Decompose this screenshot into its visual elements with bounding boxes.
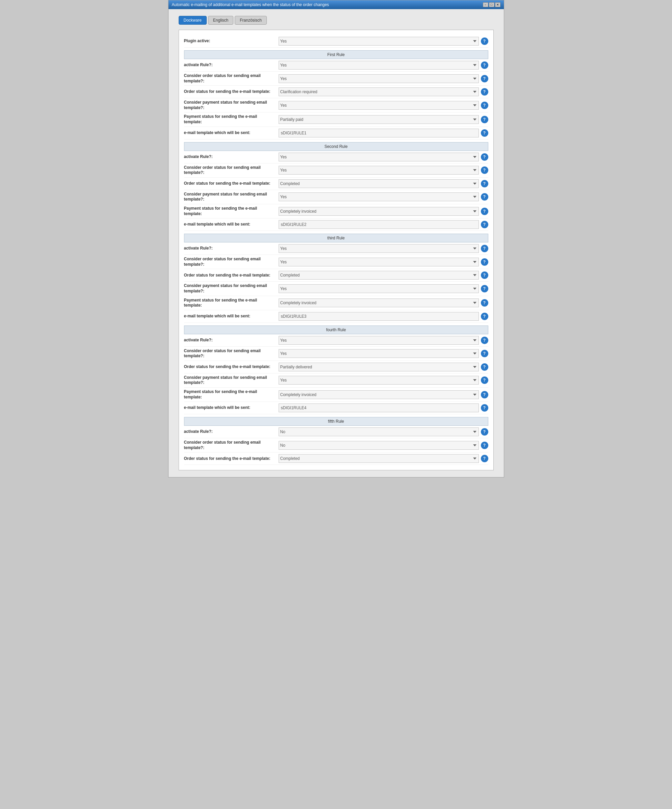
- content-area: Dockware Englisch Französisch Plugin act…: [168, 9, 504, 477]
- close-button[interactable]: ✕: [495, 2, 501, 7]
- rule5-consider-order-help[interactable]: ?: [481, 441, 488, 449]
- rule-4-header: fourth Rule: [184, 326, 488, 334]
- tab-franzoesisch[interactable]: Französisch: [235, 16, 267, 25]
- rule1-consider-order-select[interactable]: Yes: [279, 74, 479, 83]
- rule4-email-template-input[interactable]: [279, 403, 479, 412]
- rule1-email-template-input[interactable]: [279, 129, 479, 138]
- rule1-consider-payment-help[interactable]: ?: [481, 102, 488, 109]
- rule1-order-status-select[interactable]: Clarification required: [279, 87, 479, 96]
- rule1-order-status-label: Order status for sending the e-mail temp…: [184, 89, 279, 94]
- rule1-consider-order-label: Consider order status for sending email …: [184, 73, 279, 84]
- rule4-activate-label: activate Rule?:: [184, 337, 279, 343]
- rule2-email-template-row: e-mail template which will be sent: ?: [184, 218, 488, 231]
- rule4-consider-payment-select[interactable]: Yes: [279, 376, 479, 384]
- main-window: Automatic e-mailing of additional e-mail…: [168, 0, 504, 477]
- form-container: Plugin active: Yes ? First Rule activate…: [179, 30, 494, 470]
- rule5-activate-select[interactable]: No: [279, 428, 479, 436]
- rule1-consider-order-help[interactable]: ?: [481, 75, 488, 82]
- rule5-activate-help[interactable]: ?: [481, 428, 488, 436]
- rule4-order-status-help[interactable]: ?: [481, 363, 488, 371]
- rule1-payment-status-help[interactable]: ?: [481, 116, 488, 123]
- rule1-activate-row: activate Rule?: Yes ?: [184, 59, 488, 72]
- rule2-order-status-label: Order status for sending the e-mail temp…: [184, 181, 279, 186]
- rule4-activate-help[interactable]: ?: [481, 337, 488, 344]
- minimize-button[interactable]: −: [483, 2, 488, 7]
- rule1-consider-order-row: Consider order status for sending email …: [184, 72, 488, 86]
- window-title: Automatic e-mailing of additional e-mail…: [172, 2, 329, 7]
- rule5-order-status-help[interactable]: ?: [481, 455, 488, 462]
- rule2-payment-status-help[interactable]: ?: [481, 208, 488, 215]
- rule2-order-status-help[interactable]: ?: [481, 180, 488, 187]
- tab-dockware[interactable]: Dockware: [179, 16, 207, 25]
- rule4-consider-payment-help[interactable]: ?: [481, 376, 488, 384]
- rule4-email-template-row: e-mail template which will be sent: ?: [184, 402, 488, 414]
- rule3-activate-help[interactable]: ?: [481, 245, 488, 252]
- rule4-order-status-select[interactable]: Partially delivered: [279, 363, 479, 371]
- rule1-payment-status-select[interactable]: Partially paid: [279, 115, 479, 124]
- rule-2-header: Second Rule: [184, 142, 488, 151]
- rule3-payment-status-select[interactable]: Completely invoiced: [279, 299, 479, 307]
- rule3-order-status-row: Order status for sending the e-mail temp…: [184, 269, 488, 282]
- rule2-consider-order-help[interactable]: ?: [481, 166, 488, 174]
- rule3-consider-order-row: Consider order status for sending email …: [184, 255, 488, 269]
- restore-button[interactable]: □: [489, 2, 494, 7]
- title-bar-buttons: − □ ✕: [483, 2, 501, 7]
- rule5-order-status-row: Order status for sending the e-mail temp…: [184, 452, 488, 465]
- rule1-consider-payment-row: Consider payment status for sending emai…: [184, 98, 488, 112]
- rule1-order-status-help[interactable]: ?: [481, 88, 488, 96]
- rule2-activate-select[interactable]: Yes: [279, 153, 479, 161]
- rule4-order-status-label: Order status for sending the e-mail temp…: [184, 364, 279, 370]
- rule4-activate-row: activate Rule?: Yes ?: [184, 334, 488, 347]
- rule5-order-status-select[interactable]: Completed: [279, 454, 479, 463]
- rule4-consider-order-select[interactable]: Yes: [279, 349, 479, 358]
- rule2-payment-status-label: Payment status for sending the e-mail te…: [184, 206, 279, 217]
- rule2-payment-status-select[interactable]: Completely invoiced: [279, 207, 479, 216]
- rule3-consider-payment-help[interactable]: ?: [481, 285, 488, 292]
- rule5-consider-order-label: Consider order status for sending email …: [184, 440, 279, 450]
- rule3-email-template-input[interactable]: [279, 312, 479, 321]
- rule3-consider-order-help[interactable]: ?: [481, 258, 488, 266]
- rule1-payment-status-label: Payment status for sending the e-mail te…: [184, 114, 279, 124]
- rule3-consider-order-select[interactable]: Yes: [279, 258, 479, 267]
- rule3-email-template-help[interactable]: ?: [481, 313, 488, 320]
- rule2-order-status-select[interactable]: Completed: [279, 179, 479, 188]
- rule4-payment-status-help[interactable]: ?: [481, 391, 488, 398]
- rule3-order-status-help[interactable]: ?: [481, 272, 488, 279]
- rule2-activate-help[interactable]: ?: [481, 153, 488, 161]
- rule1-activate-select[interactable]: Yes: [279, 61, 479, 70]
- rule1-order-status-row: Order status for sending the e-mail temp…: [184, 86, 488, 98]
- rule2-consider-payment-help[interactable]: ?: [481, 193, 488, 201]
- rule4-email-template-help[interactable]: ?: [481, 404, 488, 411]
- title-bar: Automatic e-mailing of additional e-mail…: [168, 0, 504, 9]
- rule3-consider-payment-select[interactable]: Yes: [279, 284, 479, 293]
- plugin-active-help[interactable]: ?: [481, 37, 488, 45]
- rule2-activate-row: activate Rule?: Yes ?: [184, 151, 488, 163]
- plugin-active-select[interactable]: Yes: [279, 37, 479, 45]
- rule5-consider-order-select[interactable]: No: [279, 441, 479, 450]
- rule3-order-status-label: Order status for sending the e-mail temp…: [184, 273, 279, 278]
- rule3-activate-label: activate Rule?:: [184, 246, 279, 251]
- rule4-activate-select[interactable]: Yes: [279, 336, 479, 345]
- rule1-activate-help[interactable]: ?: [481, 62, 488, 69]
- rule3-email-template-row: e-mail template which will be sent: ?: [184, 310, 488, 323]
- rule1-email-template-row: e-mail template which will be sent: ?: [184, 127, 488, 139]
- rule5-activate-label: activate Rule?:: [184, 429, 279, 435]
- rule2-consider-payment-select[interactable]: Yes: [279, 193, 479, 201]
- rule5-consider-order-row: Consider order status for sending email …: [184, 438, 488, 452]
- rule4-payment-status-select[interactable]: Completely invoiced: [279, 390, 479, 399]
- rule1-consider-payment-select[interactable]: Yes: [279, 101, 479, 110]
- rule4-consider-order-help[interactable]: ?: [481, 350, 488, 357]
- rule4-payment-status-label: Payment status for sending the e-mail te…: [184, 389, 279, 400]
- tab-englisch[interactable]: Englisch: [208, 16, 234, 25]
- rule2-consider-order-select[interactable]: Yes: [279, 166, 479, 175]
- rule3-email-template-label: e-mail template which will be sent:: [184, 314, 279, 319]
- rule1-email-template-help[interactable]: ?: [481, 129, 488, 137]
- rule3-payment-status-help[interactable]: ?: [481, 299, 488, 307]
- tab-bar: Dockware Englisch Französisch: [179, 16, 494, 25]
- rule1-consider-payment-label: Consider payment status for sending emai…: [184, 100, 279, 111]
- rule2-email-template-help[interactable]: ?: [481, 221, 488, 228]
- rule3-order-status-select[interactable]: Completed: [279, 271, 479, 280]
- rule3-activate-row: activate Rule?: Yes ?: [184, 242, 488, 255]
- rule3-activate-select[interactable]: Yes: [279, 244, 479, 253]
- rule2-email-template-input[interactable]: [279, 220, 479, 229]
